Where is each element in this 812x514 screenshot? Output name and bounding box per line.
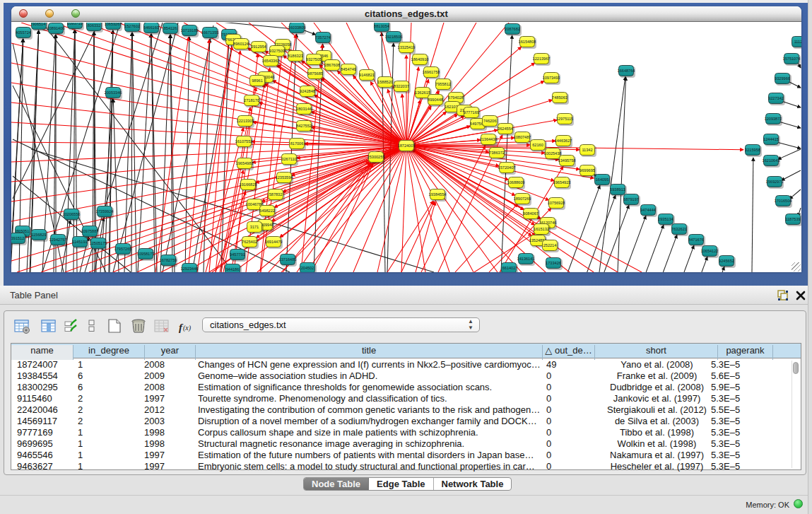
svg-text:13495758: 13495758 bbox=[558, 158, 576, 163]
svg-text:7357274: 7357274 bbox=[315, 35, 331, 40]
svg-text:13716485: 13716485 bbox=[279, 257, 297, 262]
svg-text:19384554: 19384554 bbox=[429, 192, 447, 197]
svg-text:18907269: 18907269 bbox=[514, 197, 531, 201]
svg-text:3215958: 3215958 bbox=[745, 148, 760, 152]
svg-text:19654923: 19654923 bbox=[553, 180, 571, 185]
svg-text:18640910: 18640910 bbox=[411, 57, 429, 62]
svg-text:2867608: 2867608 bbox=[324, 63, 340, 67]
svg-text:854126: 854126 bbox=[164, 26, 177, 30]
svg-text:4055724: 4055724 bbox=[16, 30, 31, 35]
svg-text:16107552: 16107552 bbox=[235, 139, 253, 144]
svg-text:1588520: 1588520 bbox=[377, 80, 393, 84]
svg-text:8960124: 8960124 bbox=[233, 42, 249, 46]
svg-text:7632621: 7632621 bbox=[671, 227, 687, 231]
svg-text:9227342: 9227342 bbox=[768, 96, 784, 100]
svg-text:3267110: 3267110 bbox=[281, 157, 296, 161]
svg-text:2803144: 2803144 bbox=[296, 107, 312, 111]
svg-text:9474444: 9474444 bbox=[640, 208, 656, 212]
svg-text:7485063: 7485063 bbox=[552, 95, 567, 100]
svg-text:3912954: 3912954 bbox=[251, 45, 266, 49]
svg-text:19166825: 19166825 bbox=[240, 182, 257, 187]
svg-text:12923446: 12923446 bbox=[181, 267, 199, 271]
svg-text:7955812: 7955812 bbox=[435, 82, 451, 86]
svg-text:6879197: 6879197 bbox=[623, 197, 639, 201]
svg-text:17016504: 17016504 bbox=[775, 199, 792, 203]
svg-text:20206556: 20206556 bbox=[63, 212, 81, 216]
svg-text:17359924: 17359924 bbox=[96, 209, 114, 214]
svg-text:11123: 11123 bbox=[794, 40, 801, 44]
svg-text:8322037: 8322037 bbox=[394, 84, 409, 88]
svg-text:9327505: 9327505 bbox=[306, 57, 322, 62]
svg-text:587832: 587832 bbox=[269, 192, 283, 197]
svg-text:20975887: 20975887 bbox=[81, 229, 99, 233]
svg-text:5498222: 5498222 bbox=[259, 209, 275, 213]
svg-text:12213303: 12213303 bbox=[237, 119, 254, 123]
svg-text:12505175: 12505175 bbox=[90, 241, 107, 245]
svg-text:9084067: 9084067 bbox=[523, 211, 539, 216]
svg-text:2087682: 2087682 bbox=[505, 27, 520, 31]
svg-text:6466160: 6466160 bbox=[143, 25, 159, 30]
svg-text:10973493: 10973493 bbox=[543, 76, 560, 80]
svg-text:11342: 11342 bbox=[582, 148, 592, 152]
svg-text:1615132: 1615132 bbox=[534, 227, 549, 231]
svg-text:2935134: 2935134 bbox=[658, 217, 673, 221]
svg-text:21364436: 21364436 bbox=[480, 137, 498, 141]
svg-text:16210643: 16210643 bbox=[763, 158, 780, 163]
svg-text:10688609: 10688609 bbox=[507, 180, 525, 185]
svg-text:20891406: 20891406 bbox=[47, 26, 65, 30]
svg-text:10807487: 10807487 bbox=[514, 135, 531, 139]
svg-text:12353594: 12353594 bbox=[276, 175, 293, 180]
svg-text:1187539: 1187539 bbox=[785, 217, 800, 221]
svg-text:10756928: 10756928 bbox=[548, 201, 565, 205]
svg-text:10958177: 10958177 bbox=[137, 252, 155, 256]
svg-text:8186323: 8186323 bbox=[288, 54, 303, 58]
svg-text:9146821: 9146821 bbox=[359, 73, 375, 77]
svg-text:14463627: 14463627 bbox=[555, 139, 572, 143]
svg-text:164095: 164095 bbox=[596, 177, 609, 182]
svg-text:98961: 98961 bbox=[252, 78, 263, 83]
svg-text:(x): (x) bbox=[183, 324, 192, 332]
svg-text:8813054: 8813054 bbox=[374, 24, 389, 28]
svg-text:16543362: 16543362 bbox=[262, 59, 280, 63]
svg-text:13325419: 13325419 bbox=[398, 45, 416, 49]
svg-text:10653267: 10653267 bbox=[105, 23, 122, 26]
svg-text:12213967: 12213967 bbox=[533, 57, 551, 61]
svg-text:906514: 906514 bbox=[33, 23, 46, 26]
svg-text:252214: 252214 bbox=[543, 243, 557, 247]
svg-text:16033809: 16033809 bbox=[288, 25, 306, 30]
svg-text:7386372: 7386372 bbox=[489, 151, 505, 155]
svg-text:17957265: 17957265 bbox=[114, 247, 132, 251]
svg-text:14136141: 14136141 bbox=[517, 257, 535, 261]
svg-text:1527602: 1527602 bbox=[124, 24, 140, 28]
svg-text:9327509: 9327509 bbox=[269, 49, 285, 53]
svg-text:10025438: 10025438 bbox=[544, 151, 562, 156]
svg-text:9875685: 9875685 bbox=[307, 71, 323, 76]
svg-text:16648764: 16648764 bbox=[618, 69, 635, 73]
svg-text:9242848: 9242848 bbox=[300, 89, 315, 93]
svg-text:20053346: 20053346 bbox=[105, 90, 122, 95]
svg-text:1244415: 1244415 bbox=[763, 137, 779, 141]
svg-text:1145191: 1145191 bbox=[72, 240, 87, 244]
svg-text:62160: 62160 bbox=[532, 143, 543, 147]
svg-text:5938913: 5938913 bbox=[610, 187, 625, 192]
svg-text:2718170: 2718170 bbox=[244, 98, 259, 103]
svg-text:18724007: 18724007 bbox=[398, 144, 416, 148]
svg-text:944186: 944186 bbox=[226, 267, 240, 271]
svg-text:1362615: 1362615 bbox=[415, 90, 430, 95]
svg-text:806332: 806332 bbox=[88, 23, 101, 28]
svg-text:8990448: 8990448 bbox=[428, 98, 443, 102]
svg-text:19654983: 19654983 bbox=[236, 161, 254, 165]
svg-text:9245652: 9245652 bbox=[719, 259, 734, 263]
svg-text:9457791: 9457791 bbox=[230, 252, 245, 257]
svg-text:746206: 746206 bbox=[483, 119, 497, 123]
svg-text:8427552: 8427552 bbox=[296, 124, 312, 128]
svg-text:12942757: 12942757 bbox=[49, 238, 67, 242]
svg-text:9329966: 9329966 bbox=[775, 76, 790, 81]
svg-text:9699695: 9699695 bbox=[579, 168, 595, 173]
svg-text:15720407: 15720407 bbox=[498, 165, 516, 170]
svg-text:16782759: 16782759 bbox=[160, 258, 177, 262]
svg-text:8454749: 8454749 bbox=[341, 67, 356, 71]
svg-text:10654122: 10654122 bbox=[701, 249, 719, 253]
svg-text:9777169: 9777169 bbox=[464, 110, 479, 115]
svg-text:16671355: 16671355 bbox=[201, 30, 219, 35]
